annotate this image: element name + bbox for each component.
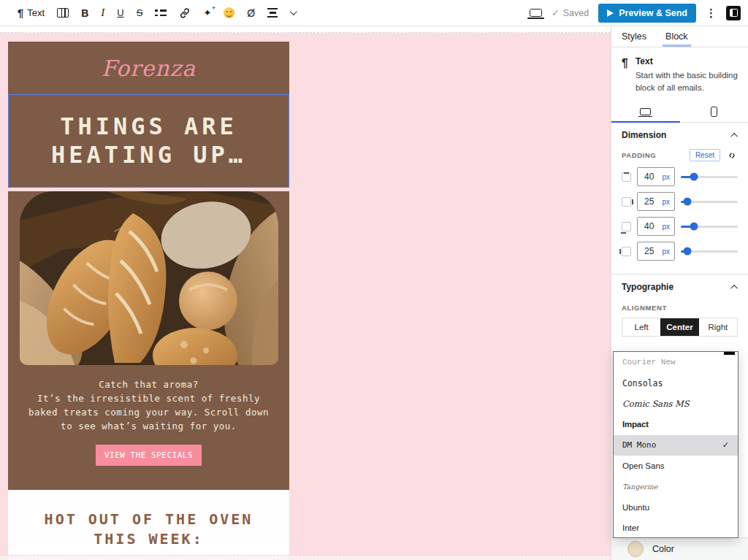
send-arrow-icon: [607, 9, 614, 17]
padding-top-input[interactable]: 40 px: [637, 167, 675, 186]
bold-button[interactable]: B: [81, 7, 88, 19]
sidebar-tabs: Styles Block: [611, 26, 748, 47]
columns-icon: [57, 8, 69, 18]
email-header-block[interactable]: Forenza: [8, 42, 289, 94]
options-menu-button[interactable]: ⋮: [706, 7, 717, 20]
email-document[interactable]: Forenza THINGS ARE HEATING UP…: [8, 42, 289, 560]
email-paragraph-block[interactable]: Catch that aroma? It’s the irresistible …: [8, 377, 289, 433]
align-left-option[interactable]: Left: [622, 318, 660, 336]
typography-title: Typographie: [622, 282, 673, 292]
align-right-option[interactable]: Right: [699, 318, 737, 336]
padding-side-left-icon[interactable]: [622, 247, 631, 256]
preview-device-button[interactable]: [530, 9, 542, 17]
paragraph-line: to see what’s waiting for you.: [8, 419, 289, 433]
sidebar-toggle-button[interactable]: [726, 6, 741, 20]
footer-heading-line: THIS WEEK:: [94, 529, 203, 549]
columns-button[interactable]: [57, 8, 69, 18]
preview-send-button[interactable]: Preview & Send: [598, 4, 696, 23]
footer-heading-line: HOT OUT OF THE OVEN: [45, 510, 253, 529]
email-body-section[interactable]: Catch that aroma? It’s the irresistible …: [8, 191, 289, 490]
font-option-inter[interactable]: Inter: [614, 518, 738, 538]
heading-line: THINGS ARE: [60, 112, 237, 141]
typography-panel-header[interactable]: Typographie: [622, 282, 738, 292]
padding-unit: px: [662, 223, 670, 231]
italic-button[interactable]: I: [101, 7, 104, 19]
padding-side-top-icon[interactable]: [622, 172, 631, 182]
underline-button[interactable]: U: [117, 7, 123, 18]
link-button[interactable]: [179, 7, 191, 19]
selected-text-block[interactable]: THINGS ARE HEATING UP…: [8, 94, 289, 188]
font-option-tangerine[interactable]: Tangerine: [614, 476, 738, 496]
email-footer-block[interactable]: HOT OUT OF THE OVEN THIS WEEK:: [8, 490, 289, 560]
padding-value: 25: [644, 246, 654, 256]
font-option-label: DM Mono: [622, 440, 656, 450]
check-icon: ✓: [722, 440, 729, 450]
font-option-courier-new[interactable]: Courier New: [614, 352, 738, 372]
tab-mobile-view[interactable]: [680, 101, 748, 122]
font-option-impact[interactable]: Impact: [614, 414, 738, 434]
padding-reset-button[interactable]: Reset: [690, 149, 720, 161]
list-view-icon: [155, 9, 167, 15]
view-specials-button[interactable]: VIEW THE SPECIALS: [96, 445, 202, 466]
color-setting-row[interactable]: Color: [611, 537, 748, 560]
padding-left-slider[interactable]: [681, 250, 738, 253]
padding-bottom-slider[interactable]: [681, 226, 738, 228]
font-option-label: Tangerine: [622, 483, 657, 491]
chevron-up-icon: [730, 285, 738, 292]
more-formatting-button[interactable]: [290, 10, 295, 15]
bread-photo-illustration: [20, 191, 278, 365]
tab-desktop-view[interactable]: [611, 101, 680, 122]
settings-sidebar: Styles Block ¶ Text Start with the basic…: [611, 26, 748, 560]
tab-styles[interactable]: Styles: [622, 26, 646, 47]
list-view-button[interactable]: [155, 9, 167, 15]
padding-row-left: 25 px: [622, 242, 738, 261]
padding-unit: px: [662, 248, 670, 256]
padding-unit: px: [662, 173, 670, 181]
padding-side-right-icon[interactable]: [622, 197, 631, 207]
alignment-label: ALIGNMENT: [622, 304, 667, 312]
dropdown-scrollbar-thumb[interactable]: [724, 352, 735, 355]
padding-left-input[interactable]: 25 px: [637, 242, 675, 261]
emoji-button[interactable]: [224, 7, 234, 18]
laptop-icon: [640, 108, 651, 115]
block-description: Start with the basic building block of a…: [636, 69, 738, 93]
font-option-label: Inter: [622, 523, 639, 532]
ai-assistant-button[interactable]: ✦: [203, 8, 211, 18]
preview-send-label: Preview & Send: [619, 8, 687, 18]
chevron-down-icon: [290, 8, 297, 15]
padding-right-input[interactable]: 25 px: [637, 192, 675, 211]
font-option-ubuntu[interactable]: Ubuntu: [614, 497, 738, 518]
clear-formatting-button[interactable]: Ø: [247, 8, 255, 18]
strikethrough-button[interactable]: S: [137, 7, 143, 18]
padding-row-right: 25 px: [622, 192, 738, 211]
padding-bottom-input[interactable]: 40 px: [637, 217, 675, 236]
pilcrow-icon: ¶: [18, 7, 23, 19]
padding-top-slider[interactable]: [681, 176, 738, 178]
font-option-comic-sans[interactable]: Comic Sans MS: [614, 394, 738, 414]
font-option-label: Courier New: [622, 358, 676, 367]
unlink-sides-icon[interactable]: [726, 150, 738, 161]
padding-right-slider[interactable]: [681, 201, 738, 203]
pilcrow-icon: ¶: [622, 57, 628, 93]
email-canvas[interactable]: Forenza THINGS ARE HEATING UP…: [0, 26, 611, 560]
tab-block[interactable]: Block: [665, 26, 688, 47]
ai-sparkle-icon: ✦: [203, 8, 211, 18]
padding-side-bottom-icon[interactable]: [622, 222, 631, 231]
font-option-open-sans[interactable]: Open Sans: [614, 456, 738, 476]
saved-label: Saved: [563, 8, 589, 18]
canvas-bottom-edge: [0, 555, 611, 560]
paragraph-line: baked treats coming your way. Scroll dow…: [8, 405, 289, 419]
dimension-title: Dimension: [622, 130, 666, 140]
dimension-panel-header[interactable]: Dimension: [622, 130, 738, 140]
block-type-button[interactable]: ¶ Text: [18, 7, 45, 19]
bread-hero-image[interactable]: [20, 191, 278, 365]
font-option-consolas[interactable]: Consolas: [614, 372, 738, 393]
font-option-label: Ubuntu: [622, 503, 649, 512]
font-option-dm-mono[interactable]: DM Mono ✓: [614, 435, 738, 456]
padding-unit: px: [662, 198, 670, 206]
padding-label: PADDING: [622, 151, 656, 159]
line-spacing-button[interactable]: [267, 8, 278, 18]
desktop-preview-icon: [530, 9, 542, 17]
align-center-option[interactable]: Center: [660, 318, 698, 336]
save-status: ✓ Saved: [552, 7, 589, 18]
